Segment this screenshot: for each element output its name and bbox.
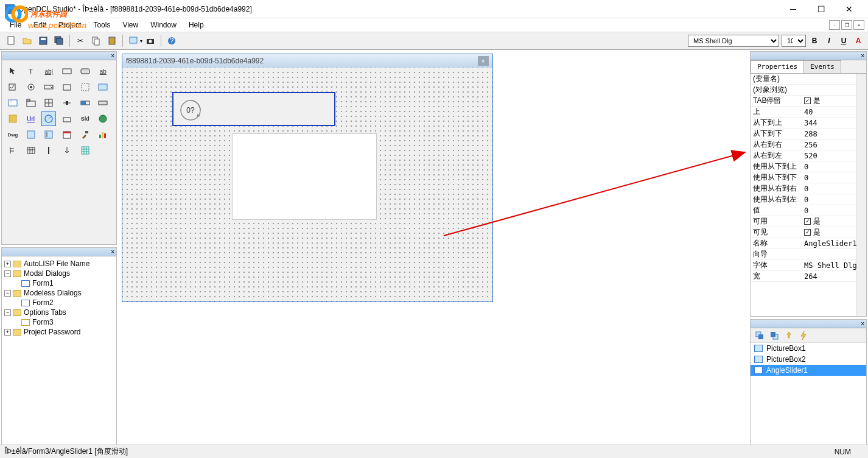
property-row[interactable]: (对象浏览): [751, 85, 856, 96]
tool-treeview[interactable]: [41, 127, 56, 142]
object-item-angleslider1[interactable]: AngleSlider1: [751, 365, 866, 376]
property-row[interactable]: 从下到下288: [751, 129, 856, 139]
tree-node-autolisp[interactable]: +AutoLISP File Name: [4, 259, 114, 269]
tool-image[interactable]: [96, 80, 110, 94]
tool-radio[interactable]: [24, 80, 38, 94]
property-grid[interactable]: (变量名)(对象浏览)TAB停留✓是上40从下到上344从下到下288从右到右2…: [751, 74, 856, 316]
props-vertical-scrollbar[interactable]: [856, 74, 866, 316]
property-row[interactable]: 向导: [751, 249, 856, 260]
copy-button[interactable]: [89, 34, 103, 48]
tool-listbox[interactable]: ab: [96, 64, 110, 79]
picturebox-control[interactable]: [232, 133, 377, 220]
tool-progress[interactable]: [78, 96, 93, 110]
designer-area[interactable]: f889881d-2039-461e-b09d-51db6de4a992 × 0…: [118, 50, 749, 454]
mdi-minimize-button[interactable]: -: [829, 20, 840, 30]
tool-textbox[interactable]: [60, 64, 74, 79]
property-row[interactable]: 可见✓是: [751, 227, 856, 238]
tool-slider[interactable]: [60, 96, 74, 110]
designer-window[interactable]: f889881d-2039-461e-b09d-51db6de4a992 × 0…: [122, 54, 493, 302]
menu-window[interactable]: Window: [144, 19, 183, 30]
tool-pointer[interactable]: [5, 64, 20, 79]
tool-calendar[interactable]: [60, 127, 74, 142]
tool-label[interactable]: ab|: [41, 64, 56, 79]
tree-node-options[interactable]: −Options Tabs: [4, 308, 114, 317]
font-size-select[interactable]: 10: [782, 35, 806, 47]
add-form-button[interactable]: [127, 34, 140, 48]
lightning-button[interactable]: [798, 330, 809, 341]
font-family-select[interactable]: MS Shell Dlg: [688, 35, 779, 47]
menu-tools[interactable]: Tools: [87, 19, 116, 30]
property-row[interactable]: 上40: [751, 107, 856, 118]
property-row[interactable]: 值0: [751, 205, 856, 216]
property-row[interactable]: 使用从下到下0: [751, 172, 856, 183]
mdi-restore-button[interactable]: ❐: [841, 20, 852, 30]
window-close-button[interactable]: ✕: [835, 0, 863, 18]
new-button[interactable]: [5, 34, 18, 48]
property-row[interactable]: 宽264: [751, 271, 856, 282]
selected-angleslider[interactable]: 0?: [172, 92, 335, 126]
tree-node-form1[interactable]: Form1: [4, 278, 114, 288]
tool-combobox[interactable]: [41, 80, 56, 94]
tool-splitter[interactable]: [41, 143, 56, 158]
save-button[interactable]: [37, 34, 50, 48]
property-row[interactable]: 字体MS Shell Dlg: [751, 260, 856, 271]
tool-grid[interactable]: [41, 96, 56, 110]
window-minimize-button[interactable]: ─: [779, 0, 807, 18]
tool-text[interactable]: T: [24, 64, 38, 79]
menu-view[interactable]: View: [116, 19, 144, 30]
tree-node-password[interactable]: +Project Password: [4, 327, 114, 337]
tool-picturebox[interactable]: [5, 96, 20, 110]
pin-button[interactable]: [783, 330, 794, 341]
tree-node-form3[interactable]: Form3: [4, 317, 114, 327]
property-row[interactable]: (变量名): [751, 74, 856, 85]
property-row[interactable]: 名称AngleSlider1: [751, 238, 856, 249]
tree-close-icon[interactable]: ×: [111, 248, 114, 255]
tool-angleslider[interactable]: [41, 111, 56, 126]
help-button[interactable]: ?: [165, 34, 178, 48]
mdi-close-button[interactable]: ×: [853, 20, 864, 30]
tool-grid2[interactable]: [78, 143, 93, 158]
tool-arrow[interactable]: [60, 143, 74, 158]
tool-checkbox[interactable]: [5, 80, 20, 94]
tool-spinner[interactable]: [5, 111, 20, 126]
italic-button[interactable]: I: [823, 35, 835, 47]
tool-scrollbar[interactable]: [96, 96, 110, 110]
tree-node-modal[interactable]: −Modal Dialogs: [4, 269, 114, 278]
open-button[interactable]: [21, 34, 34, 48]
tab-properties[interactable]: Properties: [751, 60, 804, 73]
designer-close-button[interactable]: ×: [478, 56, 489, 66]
tool-dwg[interactable]: Dwg: [5, 127, 20, 142]
tool-globe[interactable]: [96, 111, 110, 126]
tool-hammer[interactable]: [78, 127, 93, 142]
property-row[interactable]: 使用从右到左0: [751, 194, 856, 205]
tool-listview[interactable]: [24, 127, 38, 142]
tool-button[interactable]: [78, 64, 93, 79]
tool-graphic[interactable]: [60, 111, 74, 126]
paste-button[interactable]: [105, 34, 119, 48]
property-row[interactable]: 可用✓是: [751, 216, 856, 227]
bold-button[interactable]: B: [808, 35, 821, 47]
property-row[interactable]: 从右到右256: [751, 139, 856, 150]
object-list[interactable]: PictureBox1 PictureBox2 AngleSlider1: [751, 343, 866, 453]
menu-help[interactable]: Help: [183, 19, 210, 30]
tree-node-form2[interactable]: Form2: [4, 298, 114, 308]
property-row[interactable]: 使用从右到右0: [751, 183, 856, 194]
property-row[interactable]: 从右到左520: [751, 150, 856, 161]
underline-button[interactable]: U: [838, 35, 850, 47]
bring-front-button[interactable]: [754, 330, 765, 341]
object-item-picturebox2[interactable]: PictureBox2: [751, 354, 866, 365]
props-close-icon[interactable]: ×: [861, 52, 864, 59]
tool-table[interactable]: [24, 143, 38, 158]
zorder-close-icon[interactable]: ×: [861, 320, 864, 327]
tree-node-modeless[interactable]: −Modeless Dialogs: [4, 288, 114, 298]
camera-button[interactable]: [144, 34, 157, 48]
property-row[interactable]: 使用从下到上0: [751, 161, 856, 172]
cut-button[interactable]: ✂: [74, 34, 87, 48]
send-back-button[interactable]: [769, 330, 780, 341]
toolbox-close-icon[interactable]: ×: [111, 52, 114, 59]
tool-url[interactable]: Url: [24, 111, 38, 126]
tool-tree2[interactable]: [5, 143, 20, 158]
window-maximize-button[interactable]: ☐: [807, 0, 835, 18]
tool-frame[interactable]: [78, 80, 93, 94]
property-row[interactable]: 从下到上344: [751, 118, 856, 129]
